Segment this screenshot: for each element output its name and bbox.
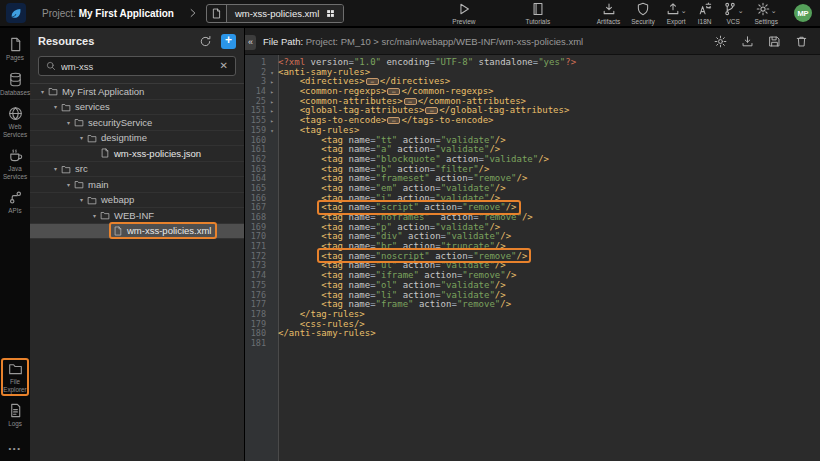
fold-toggle-icon[interactable]: ▸: [266, 87, 278, 97]
code-editor[interactable]: 1 <?xml version="1.0" encoding="UTF-8" s…: [245, 55, 820, 461]
fold-toggle-icon[interactable]: ▸: [266, 97, 278, 107]
settings-label: Settings: [755, 18, 779, 25]
gutter-spacer: [266, 155, 278, 165]
sidebar-item-web-services[interactable]: Web Services: [0, 106, 30, 138]
gutter-spacer: [266, 291, 278, 301]
code-line-180[interactable]: 180 </anti-samy-rules>: [245, 329, 820, 339]
settings-button[interactable]: ⌄ Settings: [755, 2, 779, 25]
tree-expand-icon[interactable]: ▾: [63, 181, 74, 188]
document-icon: [211, 8, 222, 19]
tree-item-label: main: [88, 179, 109, 190]
tree-item-label: src: [75, 163, 88, 174]
gutter-spacer: [266, 223, 278, 233]
sidebar-item-apis[interactable]: APIs: [0, 190, 30, 215]
code-fold-badge[interactable]: ⋯: [425, 107, 438, 114]
tree-expand-icon[interactable]: ▾: [63, 119, 74, 126]
preview-button[interactable]: Preview: [452, 2, 475, 25]
grid-icon[interactable]: [326, 9, 335, 18]
apis-icon: [8, 190, 23, 205]
topbar: Project: My First Application wm-xss-pol…: [0, 0, 820, 28]
search-input[interactable]: [61, 61, 215, 72]
gutter-spacer: [266, 165, 278, 175]
gutter-spacer: [266, 184, 278, 194]
gutter-spacer: [266, 271, 278, 281]
folder-icon: [61, 102, 71, 112]
export-label: Export: [667, 18, 686, 25]
tree-item-my-first-application[interactable]: ▾ My First Application: [30, 84, 244, 100]
file-path-label: File Path:: [263, 36, 303, 47]
editor-toolbar: [714, 35, 808, 48]
project-label: Project:: [42, 8, 76, 19]
code-fold-badge[interactable]: ⋯: [366, 78, 379, 85]
gutter-spacer: [266, 329, 278, 339]
fold-toggle-icon[interactable]: ▸: [266, 116, 278, 126]
resources-panel: Resources + ✕ ▾ My First Application ▾ s…: [30, 28, 245, 461]
chevron-down-icon: ⌄: [738, 9, 744, 13]
sidebar-item-pages[interactable]: Pages: [0, 37, 30, 62]
file-path-value: Project: PM_10 > src/main/webapp/WEB-INF…: [306, 36, 583, 47]
folder-icon: [87, 133, 97, 143]
tree-expand-icon[interactable]: ▾: [50, 165, 61, 172]
project-name: My First Application: [79, 8, 174, 19]
settings-icon[interactable]: [714, 35, 727, 48]
tree-item-securityservice[interactable]: ▾ securityService: [30, 115, 244, 131]
sidebar-item-label: Databases: [0, 89, 30, 97]
gutter-spacer: [266, 261, 278, 271]
tree-item-wm-xss-policies-json[interactable]: wm-xss-policies.json: [30, 146, 244, 162]
artifacts-button[interactable]: Artifacts: [597, 2, 620, 25]
tree-expand-icon[interactable]: ▾: [37, 88, 48, 95]
file-tab-doc-button[interactable]: [207, 5, 227, 22]
sidebar-item-java-services[interactable]: Java Services: [0, 148, 30, 180]
gutter-spacer: [266, 194, 278, 204]
fold-toggle-icon[interactable]: ▸: [266, 106, 278, 116]
code-line-172[interactable]: 172 <tag name="noscript" action="remove"…: [245, 252, 820, 262]
tree-expand-icon[interactable]: ▾: [76, 196, 87, 203]
tree-item-src[interactable]: ▾ src: [30, 162, 244, 178]
tree-item-webapp[interactable]: ▾ webapp: [30, 193, 244, 209]
download-icon[interactable]: [741, 35, 754, 48]
tree-item-designtime[interactable]: ▾ designtime: [30, 131, 244, 147]
tree-item-web-inf[interactable]: ▾ WEB-INF: [30, 208, 244, 224]
security-button[interactable]: Security: [631, 2, 654, 25]
logs-icon: [8, 403, 23, 418]
refresh-icon[interactable]: [199, 35, 212, 48]
tree-expand-icon[interactable]: ▾: [76, 134, 87, 141]
chevron-down-icon: ⌄: [771, 9, 777, 13]
add-resource-button[interactable]: +: [221, 34, 236, 49]
user-avatar[interactable]: MP: [794, 4, 812, 22]
code-line-181[interactable]: 181: [245, 339, 820, 349]
sidebar-item-databases[interactable]: Databases: [0, 72, 30, 97]
app-logo[interactable]: [6, 3, 26, 23]
sidebar-item-file-explorer[interactable]: File Explorer: [0, 361, 30, 393]
tree-item-services[interactable]: ▾ services: [30, 100, 244, 116]
app-root: Project: My First Application wm-xss-pol…: [0, 0, 820, 461]
delete-icon[interactable]: [795, 35, 808, 48]
fold-toggle-icon[interactable]: ▾: [266, 126, 278, 136]
code-fold-badge[interactable]: ⋯: [387, 88, 400, 95]
fold-toggle-icon[interactable]: ▸: [266, 77, 278, 87]
folder-icon: [87, 195, 97, 205]
sidebar-item-more[interactable]: •••: [0, 438, 30, 453]
export-icon: [666, 2, 680, 16]
vcs-button[interactable]: ⌄ VCS: [723, 2, 744, 25]
tree-item-main[interactable]: ▾ main: [30, 177, 244, 193]
export-button[interactable]: ⌄ Export: [666, 2, 687, 25]
file-tree: ▾ My First Application ▾ services ▾ secu…: [30, 83, 244, 239]
tree-expand-icon[interactable]: ▾: [89, 212, 100, 219]
i18n-button[interactable]: I18N: [698, 2, 712, 25]
code-fold-badge[interactable]: ⋯: [387, 117, 400, 124]
search-icon: [46, 61, 56, 71]
code-fold-badge[interactable]: ⋯: [404, 98, 417, 105]
resources-search-box[interactable]: ✕: [38, 56, 236, 76]
tutorials-button[interactable]: Tutorials: [525, 2, 550, 25]
highlighted-code: <tag name="script" action="remove"/>: [321, 202, 516, 212]
sidebar-item-logs[interactable]: Logs: [0, 403, 30, 428]
tree-expand-icon[interactable]: ▾: [50, 103, 61, 110]
collapse-resources-button[interactable]: «: [245, 35, 256, 50]
save-icon[interactable]: [768, 35, 781, 48]
clear-search-icon[interactable]: ✕: [220, 61, 228, 71]
tab-wm-xss-policies[interactable]: wm-xss-policies.xml: [227, 5, 343, 22]
fold-toggle-icon[interactable]: ▾: [266, 68, 278, 78]
tree-item-wm-xss-policies-xml[interactable]: wm-xss-policies.xml: [30, 224, 244, 240]
sidebar-item-label: APIs: [8, 207, 21, 215]
